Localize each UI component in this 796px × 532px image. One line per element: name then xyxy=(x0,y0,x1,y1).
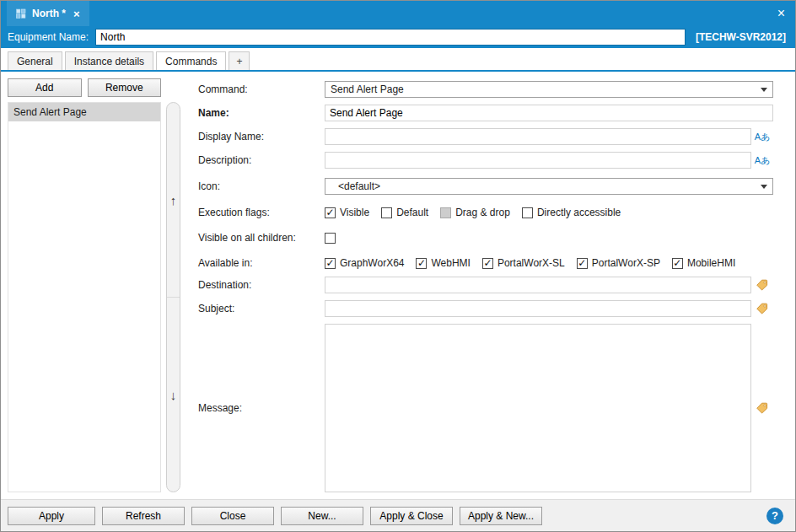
message-textarea[interactable] xyxy=(325,324,751,492)
checkbox-box[interactable] xyxy=(482,258,493,269)
display-name-input[interactable] xyxy=(325,128,751,145)
execution-flags-row: Execution flags: Visible Default Drag & … xyxy=(198,204,773,221)
available-in-row: Available in: GraphWorX64 WebHMI PortalW… xyxy=(198,255,773,271)
checkbox-graphworx64[interactable]: GraphWorX64 xyxy=(325,257,404,269)
icon-label: Icon: xyxy=(198,180,325,192)
list-item-send-alert-page[interactable]: Send Alert Page xyxy=(8,103,160,121)
name-row: Name: xyxy=(198,105,773,121)
apply-button[interactable]: Apply xyxy=(8,507,95,525)
checkbox-label: Directly accessible xyxy=(537,207,621,218)
icon-dropdown-value: <default> xyxy=(338,180,380,192)
checkbox-visible-on-all-children[interactable] xyxy=(325,233,336,244)
apply-and-new-button[interactable]: Apply & New... xyxy=(460,507,542,525)
icon-dropdown[interactable]: <default> xyxy=(325,178,773,195)
equipment-name-bar: Equipment Name: [TECHW-SVR2012] xyxy=(1,26,795,48)
icon-row: Icon: <default> xyxy=(198,178,773,195)
document-tab-label: North * xyxy=(32,8,66,19)
checkbox-label: PortalWorX-SP xyxy=(592,257,660,269)
arrow-up-icon: ↑ xyxy=(170,193,177,207)
checkbox-portalworx-sp[interactable]: PortalWorX-SP xyxy=(577,257,660,269)
description-label: Description: xyxy=(198,154,325,166)
checkbox-box[interactable] xyxy=(381,207,392,218)
checkbox-box[interactable] xyxy=(522,207,533,218)
display-name-label: Display Name: xyxy=(198,131,325,142)
remove-button[interactable]: Remove xyxy=(88,78,162,97)
arrow-down-icon: ↓ xyxy=(170,388,177,402)
command-dropdown[interactable]: Send Alert Page xyxy=(325,81,773,98)
new-button[interactable]: New... xyxy=(281,507,363,525)
subject-row: Subject: xyxy=(198,300,773,317)
checkbox-label: Default xyxy=(396,207,428,218)
message-row: Message: xyxy=(198,324,773,492)
name-label: Name: xyxy=(198,107,325,119)
document-tab-north[interactable]: North * × xyxy=(7,1,89,26)
subject-input[interactable] xyxy=(325,300,751,317)
window-close-icon[interactable]: × xyxy=(777,7,785,20)
refresh-button[interactable]: Refresh xyxy=(102,507,185,525)
equipment-icon xyxy=(16,8,26,19)
description-input[interactable] xyxy=(325,152,751,169)
chevron-down-icon xyxy=(761,185,767,189)
command-form: Command: Send Alert Page Name: Display N… xyxy=(198,81,773,492)
localize-icon[interactable]: Aあ xyxy=(755,154,771,167)
localize-icon[interactable]: Aあ xyxy=(755,131,771,143)
command-dropdown-value: Send Alert Page xyxy=(331,83,404,95)
equipment-name-label: Equipment Name: xyxy=(8,31,89,43)
move-down-button[interactable]: ↓ xyxy=(167,298,180,492)
execution-flags-label: Execution flags: xyxy=(198,207,325,218)
checkbox-drag-and-drop: Drag & drop xyxy=(440,207,510,218)
commands-list-panel: Add Remove Send Alert Page xyxy=(8,78,161,492)
tab-instance-details[interactable]: Instance details xyxy=(65,51,153,70)
tag-icon[interactable] xyxy=(756,278,769,292)
tab-commands[interactable]: Commands xyxy=(156,51,226,70)
checkbox-label: GraphWorX64 xyxy=(340,257,404,269)
checkbox-portalworx-sl[interactable]: PortalWorX-SL xyxy=(482,257,565,269)
checkbox-mobilehmi[interactable]: MobileHMI xyxy=(672,257,735,269)
help-button[interactable]: ? xyxy=(766,508,783,524)
footer-button-bar: Apply Refresh Close New... Apply & Close… xyxy=(1,499,795,531)
checkbox-webhmi[interactable]: WebHMI xyxy=(416,257,470,269)
checkbox-box[interactable] xyxy=(416,258,427,269)
checkbox-label: MobileHMI xyxy=(687,257,735,269)
checkbox-label: PortalWorX-SL xyxy=(498,257,565,269)
checkbox-box[interactable] xyxy=(672,258,683,269)
checkbox-visible[interactable]: Visible xyxy=(325,207,369,218)
equipment-editor-window: North * × × Equipment Name: [TECHW-SVR20… xyxy=(0,0,796,532)
commands-tab-content: Add Remove Send Alert Page ↑ ↓ Command: … xyxy=(1,72,795,499)
checkbox-label: WebHMI xyxy=(431,257,470,269)
checkbox-label: Visible xyxy=(340,207,369,218)
available-in-label: Available in: xyxy=(198,257,325,269)
checkbox-directly-accessible[interactable]: Directly accessible xyxy=(522,207,621,218)
checkbox-box[interactable] xyxy=(325,207,336,218)
add-button[interactable]: Add xyxy=(8,78,82,97)
checkbox-box[interactable] xyxy=(577,258,588,269)
subject-label: Subject: xyxy=(198,303,325,314)
checkbox-box[interactable] xyxy=(325,258,336,269)
destination-input[interactable] xyxy=(325,277,751,293)
tag-icon[interactable] xyxy=(756,401,769,415)
visible-on-all-children-row: Visible on all children: xyxy=(198,229,773,246)
display-name-row: Display Name: Aあ xyxy=(198,128,773,145)
reorder-strip: ↑ ↓ xyxy=(166,102,180,492)
checkbox-box xyxy=(440,207,451,218)
tab-add[interactable]: + xyxy=(229,51,250,70)
tag-icon[interactable] xyxy=(756,302,769,315)
name-input[interactable] xyxy=(325,105,773,121)
visible-on-all-children-label: Visible on all children: xyxy=(198,232,325,244)
destination-row: Destination: xyxy=(198,277,773,293)
server-name-label: [TECHW-SVR2012] xyxy=(696,31,786,43)
apply-and-close-button[interactable]: Apply & Close xyxy=(370,507,453,525)
equipment-name-input[interactable] xyxy=(95,29,686,46)
commands-list[interactable]: Send Alert Page xyxy=(8,102,161,492)
checkbox-box[interactable] xyxy=(325,233,336,244)
tab-general[interactable]: General xyxy=(8,51,62,70)
close-button[interactable]: Close xyxy=(191,507,274,525)
destination-label: Destination: xyxy=(198,279,325,291)
checkbox-default[interactable]: Default xyxy=(381,207,428,218)
checkbox-label: Drag & drop xyxy=(455,207,510,218)
description-row: Description: Aあ xyxy=(198,152,773,169)
document-tab-close-icon[interactable]: × xyxy=(73,8,80,20)
command-row: Command: Send Alert Page xyxy=(198,81,773,98)
move-up-button[interactable]: ↑ xyxy=(167,103,180,298)
chevron-down-icon xyxy=(761,88,767,92)
